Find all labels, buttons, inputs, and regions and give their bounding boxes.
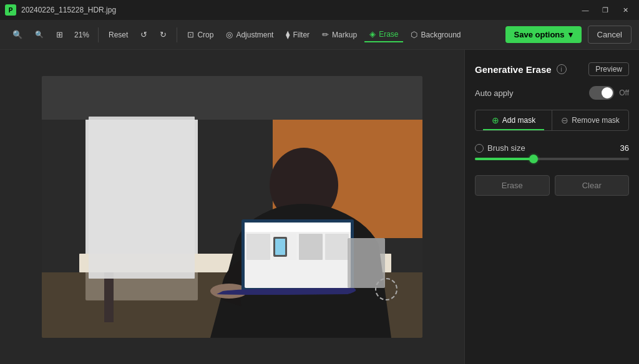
undo-icon: ↺ (140, 30, 147, 39)
action-buttons: Erase Clear (475, 175, 629, 196)
save-options-button[interactable]: Save options ▾ (505, 26, 582, 43)
zoom-out-icon: 🔍 (35, 31, 44, 39)
auto-apply-toggle[interactable] (589, 86, 614, 100)
filename-label: 20240226_115228_HDR.jpg (21, 6, 116, 14)
panel-header: Generative Erase i Preview (475, 62, 629, 76)
markup-label: Markup (332, 31, 357, 39)
toolbar-divider-2 (177, 27, 177, 42)
svg-rect-19 (89, 117, 195, 279)
remove-mask-button[interactable]: ⊖ Remove mask (552, 110, 628, 130)
svg-rect-6 (104, 272, 114, 322)
brush-size-row: Brush size 36 (475, 143, 629, 153)
svg-rect-17 (275, 239, 285, 255)
save-options-label: Save options (514, 30, 565, 39)
brush-icon (475, 144, 484, 153)
markup-icon: ✏ (322, 30, 329, 39)
background-button[interactable]: ⬡ Background (406, 27, 466, 42)
info-icon[interactable]: i (557, 64, 567, 74)
reset-label: Reset (109, 31, 128, 39)
fit-screen-button[interactable]: ⊞ (51, 27, 68, 42)
svg-rect-14 (299, 234, 323, 260)
crop-button[interactable]: ⊡ Crop (182, 27, 218, 42)
panel-title: Generative Erase (475, 64, 552, 75)
auto-apply-label: Auto apply (475, 89, 513, 98)
svg-rect-15 (325, 234, 349, 260)
slider-track[interactable] (475, 158, 629, 160)
cancel-button[interactable]: Cancel (588, 26, 632, 44)
auto-apply-row: Auto apply Off (475, 86, 629, 100)
brush-size-label: Brush size (475, 143, 525, 153)
slider-fill (475, 158, 534, 160)
slider-thumb[interactable] (529, 155, 538, 163)
zoom-out-button[interactable]: 🔍 (30, 28, 49, 41)
window-controls[interactable]: — ❐ ✕ (577, 4, 634, 16)
erase-icon: ◈ (369, 29, 376, 39)
mask-buttons: ⊕ Add mask ⊖ Remove mask (475, 110, 629, 131)
redo-button[interactable]: ↻ (155, 27, 172, 42)
toolbar: 🔍 🔍 ⊞ 21% Reset ↺ ↻ ⊡ Crop ◎ Adjustment … (0, 20, 639, 50)
maximize-button[interactable]: ❐ (597, 4, 614, 16)
adjustment-icon: ◎ (226, 30, 233, 39)
minus-icon: ⊖ (561, 115, 568, 125)
svg-rect-3 (42, 76, 422, 120)
toggle-state-label: Off (619, 89, 629, 97)
background-icon: ⬡ (411, 30, 417, 39)
markup-button[interactable]: ✏ Markup (317, 27, 362, 42)
filter-button[interactable]: ⧫ Filter (281, 27, 315, 42)
clear-action-button[interactable]: Clear (555, 175, 630, 196)
slider-container[interactable] (475, 158, 629, 160)
remove-mask-label: Remove mask (572, 116, 620, 125)
title-bar-left: P 20240226_115228_HDR.jpg (5, 4, 116, 16)
toolbar-divider-1 (98, 27, 99, 42)
toggle-knob (602, 87, 613, 98)
svg-rect-12 (246, 234, 270, 260)
main-area: Generative Erase i Preview Auto apply Of… (0, 50, 639, 364)
fit-screen-icon: ⊞ (56, 30, 63, 39)
brush-size-value: 36 (620, 143, 629, 153)
reset-button[interactable]: Reset (104, 28, 133, 42)
undo-button[interactable]: ↺ (135, 27, 152, 42)
zoom-in-button[interactable]: 🔍 (7, 27, 27, 42)
svg-rect-11 (245, 223, 351, 232)
close-button[interactable]: ✕ (617, 4, 634, 16)
title-bar: P 20240226_115228_HDR.jpg — ❐ ✕ (0, 0, 639, 20)
zoom-value: 21% (71, 29, 93, 41)
add-mask-button[interactable]: ⊕ Add mask (476, 110, 552, 130)
brush-size-section: Brush size 36 (475, 141, 629, 160)
crop-label: Crop (197, 31, 213, 39)
erase-action-button[interactable]: Erase (475, 175, 550, 196)
save-chevron-icon: ▾ (568, 30, 573, 39)
brush-cursor (375, 278, 398, 300)
photo (42, 76, 422, 338)
erase-button[interactable]: ◈ Erase (364, 27, 403, 42)
right-panel: Generative Erase i Preview Auto apply Of… (464, 50, 639, 364)
background-label: Background (421, 31, 461, 39)
app-icon: P (5, 4, 16, 16)
redo-icon: ↻ (160, 30, 167, 39)
adjustment-button[interactable]: ◎ Adjustment (221, 27, 278, 42)
adjustment-label: Adjustment (236, 31, 273, 39)
plus-icon: ⊕ (492, 115, 499, 125)
canvas-area[interactable] (0, 50, 464, 364)
preview-button[interactable]: Preview (588, 62, 629, 76)
photo-container (42, 76, 422, 338)
crop-icon: ⊡ (187, 30, 194, 39)
toggle-group[interactable]: Off (589, 86, 629, 100)
minimize-button[interactable]: — (577, 4, 594, 16)
filter-icon: ⧫ (286, 30, 290, 39)
add-mask-label: Add mask (502, 116, 535, 125)
zoom-in-icon: 🔍 (12, 30, 22, 39)
filter-label: Filter (293, 31, 310, 39)
erase-label: Erase (379, 30, 398, 39)
